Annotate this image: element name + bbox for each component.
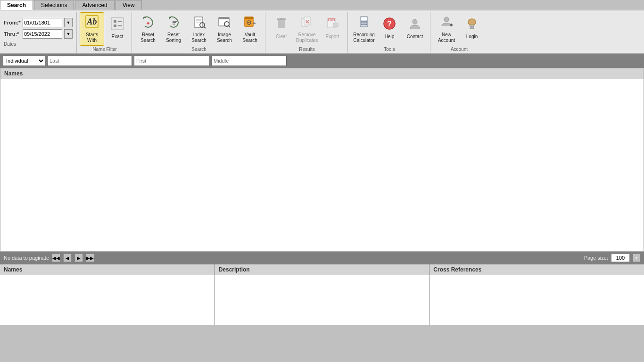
svg-rect-45: [365, 24, 367, 25]
tools-section: Recording Calculator ? Help: [349, 12, 430, 53]
new-account-icon: [439, 15, 454, 31]
last-page-button[interactable]: ▶▶: [86, 254, 94, 262]
svg-point-25: [248, 22, 250, 24]
svg-line-17: [204, 27, 206, 28]
svg-text:Ab: Ab: [86, 17, 97, 26]
reset-sorting-button[interactable]: Reset Sorting: [161, 12, 186, 46]
dates-label: Dates: [4, 41, 73, 47]
name-filter-label: Name Filter: [92, 47, 117, 52]
clear-icon: [274, 16, 289, 33]
reset-sorting-label: Reset Sorting: [166, 32, 181, 43]
remove-duplicates-label: Remove Duplicates: [296, 32, 318, 43]
reset-sorting-icon: [166, 15, 181, 31]
contact-label: Contact: [407, 34, 423, 40]
cross-references-panel-header: Cross References: [429, 264, 644, 275]
reset-search-label: Reset Search: [140, 32, 156, 43]
svg-point-52: [468, 19, 476, 25]
svg-rect-29: [280, 18, 283, 19]
page-size-input[interactable]: [611, 254, 630, 262]
from-label: From:*: [4, 20, 21, 25]
index-search-button[interactable]: Index Search: [187, 12, 211, 46]
pagination-bar: No data to paginate ◀◀ ◀ ▶ ▶▶ Page size:…: [0, 252, 644, 264]
results-section-label: Results: [299, 47, 314, 52]
from-date-input[interactable]: [23, 18, 62, 27]
exact-button[interactable]: Exact: [105, 12, 130, 43]
image-search-button[interactable]: Image Search: [212, 12, 237, 46]
svg-rect-40: [361, 21, 363, 23]
search-row: Individual: [0, 54, 644, 68]
contact-icon: [408, 16, 422, 33]
thru-date-input[interactable]: [23, 29, 62, 39]
starts-with-icon: Ab: [85, 15, 99, 31]
results-header: Names: [0, 68, 644, 79]
image-search-icon: [217, 15, 231, 31]
vault-search-button[interactable]: Vault Search: [238, 12, 262, 46]
next-page-button[interactable]: ▶: [74, 254, 83, 262]
svg-rect-3: [114, 20, 116, 23]
new-account-button[interactable]: New Account: [434, 12, 459, 46]
svg-rect-19: [219, 17, 229, 19]
search-section-label: Search: [191, 47, 206, 52]
names-panel-header: Names: [0, 264, 215, 275]
results-body: [0, 79, 644, 251]
svg-rect-4: [114, 25, 116, 27]
tab-selections[interactable]: Selections: [34, 0, 74, 10]
svg-text:?: ?: [387, 20, 392, 28]
export-label: Export: [326, 34, 339, 40]
toolbar: From:* ▼ Thru:* ▼ Dates Ab: [0, 10, 644, 54]
no-data-text: No data to paginate: [4, 255, 49, 261]
vault-search-icon: [243, 15, 257, 31]
starts-with-label: Starts With: [86, 32, 98, 43]
description-panel-header: Description: [215, 264, 429, 275]
svg-rect-2: [111, 17, 124, 30]
svg-point-49: [444, 17, 449, 22]
page-size-label: Page size:: [584, 255, 608, 261]
dates-section: From:* ▼ Thru:* ▼ Dates: [2, 12, 77, 53]
svg-point-48: [413, 19, 417, 24]
tab-search[interactable]: Search: [0, 0, 33, 10]
remove-duplicates-button[interactable]: Remove Duplicates: [295, 12, 319, 46]
starts-with-button[interactable]: Ab Starts With: [80, 12, 104, 46]
login-icon: [465, 16, 479, 33]
recording-calculator-button[interactable]: Recording Calculator: [352, 12, 376, 46]
tab-bar: Search Selections Advanced View: [0, 0, 644, 10]
first-name-input[interactable]: [134, 56, 209, 66]
thru-label: Thru:*: [4, 31, 21, 37]
thru-date-dropdown[interactable]: ▼: [64, 29, 73, 39]
svg-rect-44: [363, 24, 365, 25]
svg-rect-41: [363, 21, 365, 23]
search-section: Reset Search Reset Sorting: [133, 12, 265, 53]
image-search-label: Image Search: [217, 32, 232, 43]
new-account-label: New Account: [438, 32, 455, 43]
tools-label: Tools: [384, 47, 395, 52]
results-section: Clear Remove Duplicates: [266, 12, 348, 53]
exact-label: Exact: [111, 34, 123, 40]
svg-line-21: [229, 26, 230, 27]
tab-advanced[interactable]: Advanced: [75, 0, 114, 10]
contact-button[interactable]: Contact: [403, 12, 427, 43]
help-button[interactable]: ? Help: [377, 12, 402, 43]
index-search-icon: [192, 15, 206, 31]
last-name-input[interactable]: [47, 56, 132, 66]
account-label: Account: [451, 47, 468, 52]
prev-page-button[interactable]: ◀: [63, 254, 72, 262]
reset-search-button[interactable]: Reset Search: [136, 12, 160, 46]
clear-button[interactable]: Clear: [269, 12, 294, 43]
from-date-dropdown[interactable]: ▼: [64, 18, 73, 27]
svg-rect-43: [361, 24, 363, 25]
svg-rect-27: [278, 19, 285, 28]
svg-rect-37: [333, 23, 338, 27]
export-icon: PDF: [325, 16, 339, 33]
export-button[interactable]: PDF Export: [320, 12, 345, 43]
tab-view[interactable]: View: [116, 0, 142, 10]
page-size-dropdown[interactable]: ▼: [633, 254, 640, 262]
bottom-panels: Names Description Cross References: [0, 264, 644, 325]
help-label: Help: [385, 34, 395, 40]
name-type-select[interactable]: Individual: [3, 56, 45, 66]
first-page-button[interactable]: ◀◀: [52, 254, 60, 262]
account-section: New Account Login Account: [431, 12, 487, 53]
middle-name-input[interactable]: [211, 56, 287, 66]
login-button[interactable]: Login: [460, 12, 484, 43]
login-label: Login: [466, 34, 478, 40]
recording-calculator-label: Recording Calculator: [353, 32, 375, 43]
